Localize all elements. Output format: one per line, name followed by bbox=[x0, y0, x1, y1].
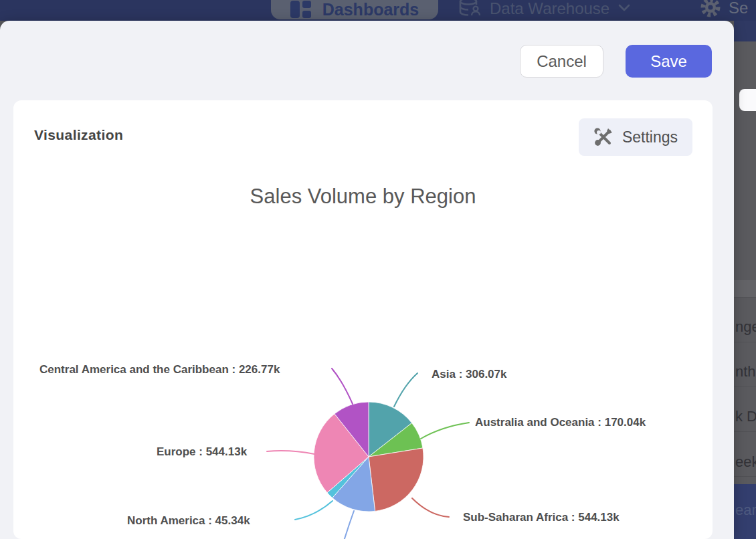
save-button[interactable]: Save bbox=[626, 45, 712, 78]
database-user-icon bbox=[459, 0, 482, 16]
divider bbox=[734, 431, 756, 432]
pie-leader-line bbox=[421, 423, 469, 439]
dashboard-icon bbox=[290, 1, 313, 18]
divider bbox=[734, 297, 756, 298]
tab-dashboards[interactable]: Dashboards bbox=[271, 0, 438, 19]
pie-label-central-america: Central America and the Caribbean : 226.… bbox=[39, 363, 309, 376]
pie-slice[interactable] bbox=[335, 402, 369, 457]
navbar-behind-modal bbox=[734, 21, 756, 41]
dashboards-tab-label: Dashboards bbox=[322, 1, 419, 18]
nav-settings-partial-label[interactable]: Se bbox=[729, 0, 748, 17]
pie-label-asia: Asia : 306.07k bbox=[432, 368, 506, 381]
settings-button-label: Settings bbox=[622, 128, 678, 146]
pie-chart bbox=[13, 100, 713, 539]
top-navbar: Dashboards Data Warehouse Se bbox=[0, 0, 756, 21]
pie-label-sub-saharan-africa: Sub-Saharan Africa : 544.13k bbox=[463, 511, 620, 524]
background-band bbox=[734, 280, 756, 297]
pie-slice[interactable] bbox=[327, 457, 369, 498]
gear-icon[interactable] bbox=[697, 0, 724, 21]
pie-slice[interactable] bbox=[333, 457, 375, 512]
pie-slice[interactable] bbox=[369, 402, 412, 457]
section-title: Visualization bbox=[34, 127, 123, 143]
pie-leader-line bbox=[295, 501, 333, 520]
background-list-item: nge bbox=[735, 318, 756, 336]
edit-visualization-modal: Cancel Save Visualization Settings Sales… bbox=[0, 21, 734, 539]
pie-label-europe: Europe : 544.13k bbox=[157, 445, 247, 459]
background-list-item: ear bbox=[734, 502, 756, 519]
background-button-partial bbox=[739, 89, 756, 111]
background-list-item: eek bbox=[735, 453, 756, 471]
pie-leader-line bbox=[332, 368, 353, 404]
cancel-button[interactable]: Cancel bbox=[520, 45, 603, 78]
pie-leader-line bbox=[267, 451, 314, 454]
background-selected-item: ear bbox=[734, 484, 756, 539]
pie-leader-line bbox=[412, 498, 449, 517]
pie-leader-line bbox=[343, 511, 354, 539]
pie-slice[interactable] bbox=[369, 423, 423, 457]
pie-label-australia-oceania: Australia and Oceania : 170.04k bbox=[475, 416, 646, 429]
pie-slice[interactable] bbox=[314, 414, 369, 493]
chart-title: Sales Volume by Region bbox=[13, 185, 713, 209]
data-warehouse-label: Data Warehouse bbox=[490, 0, 609, 17]
pie-leader-line bbox=[394, 373, 417, 407]
divider bbox=[734, 342, 756, 342]
pie-slice[interactable] bbox=[369, 448, 423, 511]
chevron-down-icon bbox=[618, 3, 631, 13]
nav-item-data-warehouse[interactable]: Data Warehouse bbox=[459, 0, 631, 21]
divider bbox=[734, 387, 756, 387]
background-list-item: k D bbox=[735, 408, 756, 425]
tools-icon bbox=[593, 127, 613, 147]
divider bbox=[734, 476, 756, 477]
pie-label-north-america: North America : 45.34k bbox=[127, 514, 250, 528]
background-list-item: nth bbox=[735, 363, 756, 381]
visualization-card: Visualization Settings Sales Volume by R… bbox=[13, 100, 713, 539]
settings-button[interactable]: Settings bbox=[579, 118, 692, 156]
dimmed-background-strip: nge nth k D eek ear bbox=[734, 21, 756, 539]
